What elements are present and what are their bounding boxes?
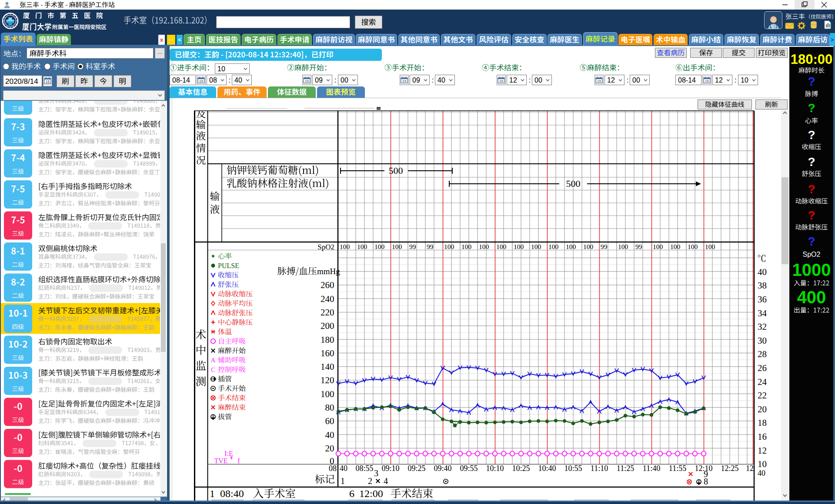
svg-text:100: 100 — [705, 243, 715, 250]
svg-text:80: 80 — [325, 402, 334, 413]
svg-text:8: 8 — [704, 477, 708, 486]
svg-text:?: ? — [808, 209, 815, 222]
svg-text:99: 99 — [601, 243, 608, 250]
svg-text:180: 180 — [321, 335, 334, 345]
svg-text:09: 09 — [315, 76, 323, 84]
svg-text:34: 34 — [758, 308, 767, 318]
svg-text:100: 100 — [653, 243, 663, 250]
svg-text:TVE: TVE — [214, 457, 227, 464]
svg-text:?: ? — [808, 75, 815, 88]
svg-text:100: 100 — [566, 243, 576, 250]
svg-text:10: 10 — [741, 76, 748, 84]
svg-text:PULSE: PULSE — [218, 262, 239, 269]
svg-text:12: 12 — [715, 76, 723, 84]
svg-text:...: ... — [169, 36, 173, 42]
svg-text:10: 10 — [217, 65, 225, 73]
svg-text:99: 99 — [409, 243, 416, 250]
svg-text:40: 40 — [438, 76, 445, 84]
svg-text:2020/8/14: 2020/8/14 — [5, 77, 38, 86]
svg-text:12: 12 — [509, 76, 517, 84]
svg-text:08:40: 08:40 — [220, 488, 244, 499]
svg-text:08: 08 — [329, 464, 337, 473]
svg-text:100: 100 — [461, 243, 472, 250]
svg-text:240: 240 — [321, 294, 334, 304]
svg-text:09:55: 09:55 — [460, 464, 478, 473]
svg-text:6: 6 — [349, 488, 354, 499]
svg-text:160: 160 — [321, 348, 334, 358]
svg-text:11:55: 11:55 — [669, 464, 686, 473]
svg-text:mmHg: mmHg — [317, 267, 340, 276]
svg-text:32: 32 — [758, 322, 767, 332]
svg-text:00: 00 — [632, 76, 640, 84]
svg-text:100: 100 — [321, 389, 334, 399]
svg-text:?: ? — [808, 182, 815, 196]
svg-text::: : — [529, 76, 531, 84]
svg-text:100: 100 — [514, 243, 524, 250]
svg-text:?: ? — [808, 155, 815, 169]
svg-text:1: 1 — [210, 488, 215, 499]
svg-text:10:55: 10:55 — [564, 464, 582, 473]
svg-text:260: 260 — [321, 280, 334, 290]
svg-text:09:25: 09:25 — [407, 464, 425, 473]
svg-text:99: 99 — [635, 243, 642, 250]
svg-text:30: 30 — [758, 335, 767, 346]
svg-text:15: 15 — [46, 80, 50, 84]
svg-text:12: 12 — [746, 464, 754, 473]
svg-text:140: 140 — [321, 361, 334, 372]
svg-text:08-14: 08-14 — [172, 76, 190, 84]
svg-text:15: 15 — [402, 79, 406, 83]
svg-text:40: 40 — [758, 469, 765, 477]
svg-text:11:25: 11:25 — [617, 464, 634, 473]
svg-text:>: > — [831, 36, 834, 43]
svg-text:100: 100 — [670, 243, 681, 250]
svg-text:24: 24 — [758, 377, 767, 387]
svg-text:09:10: 09:10 — [381, 464, 399, 473]
svg-text:1000: 1000 — [792, 260, 831, 279]
svg-text:38: 38 — [758, 280, 767, 291]
svg-text:100: 100 — [548, 243, 559, 250]
svg-text:f: f — [237, 457, 240, 464]
svg-text:09:40: 09:40 — [434, 464, 451, 473]
svg-text:16: 16 — [758, 431, 767, 442]
svg-text:10:40: 10:40 — [538, 464, 556, 473]
svg-text:28: 28 — [758, 349, 767, 359]
svg-text::: : — [334, 76, 336, 84]
svg-text:15: 15 — [597, 79, 601, 83]
svg-text:08: 08 — [209, 76, 217, 84]
svg-text:C: C — [211, 366, 215, 373]
svg-text:100: 100 — [583, 243, 594, 250]
svg-text:08-14: 08-14 — [678, 76, 696, 84]
svg-text:40: 40 — [325, 430, 334, 440]
svg-text:15: 15 — [499, 79, 503, 83]
svg-text:11:40: 11:40 — [643, 464, 660, 473]
svg-text::: : — [735, 76, 736, 84]
svg-text:20: 20 — [325, 443, 334, 454]
svg-text:?: ? — [808, 235, 815, 248]
svg-text:100: 100 — [531, 243, 541, 250]
svg-text:x: x — [160, 36, 164, 43]
svg-text:100: 100 — [357, 243, 367, 250]
svg-text:?: ? — [808, 128, 815, 142]
svg-text:10:25: 10:25 — [512, 464, 530, 473]
svg-text:100: 100 — [618, 243, 628, 250]
svg-text:<: < — [178, 36, 181, 43]
svg-text::: : — [432, 76, 434, 84]
svg-text:08:55: 08:55 — [355, 464, 373, 473]
svg-text:100: 100 — [340, 243, 350, 250]
svg-text:60: 60 — [325, 416, 334, 426]
svg-text:2: 2 — [368, 476, 372, 486]
svg-text:SpO2: SpO2 — [317, 243, 334, 251]
svg-text:...: ... — [157, 49, 162, 55]
svg-text:100: 100 — [479, 243, 489, 250]
svg-text::: : — [627, 76, 628, 84]
svg-text:220: 220 — [321, 307, 334, 318]
svg-text:100: 100 — [688, 243, 698, 250]
svg-text:400: 400 — [797, 288, 826, 307]
svg-text:A: A — [211, 357, 216, 364]
svg-text:10: 10 — [758, 459, 767, 469]
svg-text:180:00: 180:00 — [791, 52, 833, 67]
svg-text:100: 100 — [444, 243, 454, 250]
svg-text:40: 40 — [758, 267, 767, 277]
svg-text:00: 00 — [534, 76, 542, 84]
svg-text:36: 36 — [758, 294, 767, 305]
